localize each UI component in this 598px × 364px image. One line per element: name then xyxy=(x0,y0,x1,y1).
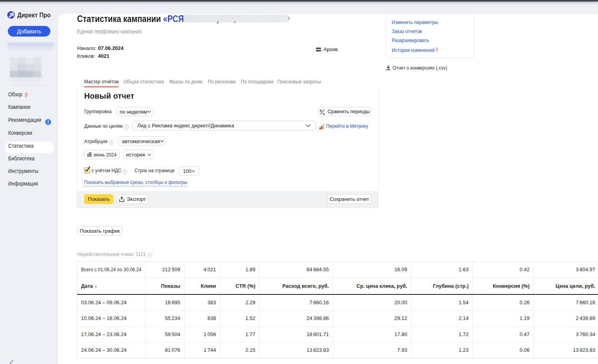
svg-text:в: в xyxy=(323,112,325,115)
svg-text:А: А xyxy=(320,109,322,112)
